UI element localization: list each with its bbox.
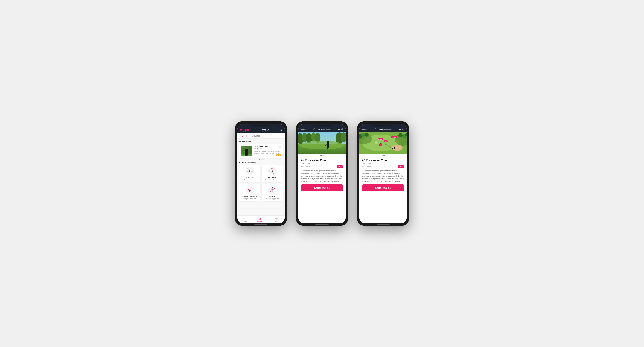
- svg-point-30: [270, 191, 270, 192]
- svg-point-33: [272, 187, 273, 188]
- dot-1: [382, 155, 382, 156]
- svg-point-46: [327, 141, 329, 143]
- drill-title: Find The Fairway: [254, 146, 281, 148]
- start-practice-button[interactable]: Start Practice: [301, 184, 343, 191]
- tab-favourites[interactable]: Favourites: [248, 133, 262, 138]
- drill-description: 20 shots are randomly generated at dista…: [301, 170, 343, 183]
- ott-icon: [246, 167, 254, 175]
- main-content: Most Popular Find The Fairway Off The Te…: [238, 139, 284, 215]
- activities-label: Activities: [257, 221, 263, 222]
- menu-icon[interactable]: ≡: [280, 128, 282, 131]
- back-button[interactable]: ‹ Back: [362, 128, 368, 130]
- phone-2-screen: ‹ Back 6ft Conversion Zone Cancel: [298, 124, 346, 223]
- chevron-left-icon: ‹: [301, 128, 302, 130]
- svg-point-27: [249, 190, 251, 192]
- shot-count: ⏱ 20 shots: [362, 166, 371, 168]
- svg-text:FAIRWAY: FAIRWAY: [378, 139, 383, 140]
- shots-row: ⏱ 20 shots ARG: [301, 165, 343, 168]
- hero-image: [298, 132, 346, 154]
- drill-description: Create an imaginary fairway using trees …: [254, 150, 281, 154]
- nav-home[interactable]: ⌂ Home: [243, 217, 247, 222]
- clock-icon: ⏱: [301, 166, 303, 168]
- category-badge: OTT: [276, 154, 281, 156]
- drill-content: 6ft Conversion Zone ☆ 10-50 yds ⏱ 20 sho…: [298, 157, 346, 223]
- shot-count: ⏱ 20 shots: [301, 166, 310, 168]
- svg-point-32: [274, 188, 275, 189]
- skill-card-approach[interactable]: Approach Dial-in to hit the green: [262, 165, 283, 182]
- dot-1: [258, 159, 260, 160]
- phone-3-screen: ‹ Back 6ft Conversion Zone Cancel: [360, 124, 406, 223]
- course-map-hero: FAIRWAY ROUGH Miss Hit SAND: [360, 132, 406, 154]
- skill-card-atg[interactable]: Around The Green Hone your short game: [239, 184, 260, 201]
- cancel-button[interactable]: Cancel: [398, 128, 404, 130]
- card-footer: ⏱ 10 shots OTT: [241, 154, 281, 156]
- drill-header: 6ft Conversion Zone ☆: [301, 159, 343, 162]
- back-button[interactable]: ‹ Back: [301, 128, 306, 130]
- svg-text:Miss: Miss: [385, 141, 387, 142]
- home-bar: [254, 224, 268, 225]
- putting-icon: [268, 185, 277, 194]
- featured-drill-card[interactable]: Find The Fairway Off The Tee Create an i…: [239, 144, 283, 158]
- carousel-dots: [239, 159, 283, 160]
- shot-count: ⏱ 10 shots: [241, 155, 249, 156]
- svg-point-56: [361, 134, 365, 137]
- drill-header: 6ft Conversion Zone ☆: [362, 159, 404, 162]
- svg-point-38: [311, 133, 316, 141]
- svg-point-31: [272, 189, 273, 190]
- detail-title: 6ft Conversion Zone: [374, 128, 392, 130]
- svg-text:SAND: SAND: [396, 147, 399, 149]
- favourite-icon[interactable]: ☆: [340, 159, 343, 162]
- clock-icon: ⏱: [241, 155, 242, 156]
- putting-desc: Make and lag practice: [265, 198, 280, 199]
- svg-point-17: [270, 168, 272, 169]
- dot-1: [320, 155, 322, 156]
- capture-label: Capture: [274, 221, 279, 222]
- tab-bar: Drills Favourites: [238, 133, 284, 139]
- detail-title: 6ft Conversion Zone: [313, 128, 330, 130]
- svg-point-6: [247, 168, 248, 169]
- app-logo: clippd: [240, 128, 249, 132]
- svg-point-18: [274, 169, 274, 170]
- svg-point-9: [252, 171, 253, 172]
- drill-description: 20 shots are randomly generated at dista…: [362, 170, 404, 183]
- approach-icon: [268, 167, 277, 175]
- home-icon: ⌂: [244, 217, 246, 220]
- tab-drills[interactable]: Drills: [240, 133, 248, 138]
- svg-point-26: [251, 189, 252, 189]
- svg-point-57: [365, 133, 369, 137]
- drill-subtitle: Off The Tee: [254, 148, 281, 150]
- bottom-nav: ⌂ Home ⟳ Activities ⊕ Capture: [238, 215, 284, 223]
- favourite-star-icon[interactable]: ☆: [279, 146, 281, 148]
- svg-point-71: [394, 145, 395, 147]
- start-practice-button[interactable]: Start Practice: [362, 184, 404, 191]
- cancel-button[interactable]: Cancel: [337, 128, 343, 130]
- phone-2: ‹ Back 6ft Conversion Zone Cancel: [296, 121, 348, 226]
- atg-name: Around The Green: [242, 195, 257, 197]
- explore-label: Explore skill areas: [239, 162, 283, 164]
- favourite-icon[interactable]: ☆: [402, 159, 404, 162]
- phone-3: ‹ Back 6ft Conversion Zone Cancel: [357, 121, 409, 226]
- category-badge: ARG: [337, 165, 343, 168]
- svg-point-7: [252, 168, 252, 169]
- svg-point-58: [398, 133, 403, 138]
- drill-range: 10-50 yds: [301, 162, 343, 165]
- approach-name: Approach: [268, 176, 276, 178]
- chevron-left-icon: ‹: [362, 128, 363, 130]
- ott-desc: Power accuracy: [244, 179, 255, 181]
- phone-1: clippd Practice ≡ Drills Favourites Most…: [235, 121, 287, 226]
- home-bar: [316, 224, 328, 225]
- dot-2: [322, 155, 324, 156]
- svg-point-11: [249, 170, 250, 172]
- dot-2: [384, 155, 384, 156]
- skill-card-ott[interactable]: Off The Tee Power accuracy: [239, 165, 260, 182]
- phone-notch: [313, 125, 331, 126]
- svg-text:ROUGH: ROUGH: [392, 137, 396, 138]
- nav-activities[interactable]: ⟳ Activities: [257, 217, 263, 222]
- svg-line-73: [394, 149, 394, 151]
- phone-1-screen: clippd Practice ≡ Drills Favourites Most…: [238, 124, 284, 223]
- skill-card-putting[interactable]: Putting Make and lag practice: [262, 184, 283, 201]
- course-map-svg: FAIRWAY ROUGH Miss Hit SAND: [360, 132, 406, 154]
- svg-point-44: [300, 141, 344, 150]
- drill-title: 6ft Conversion Zone: [301, 159, 326, 162]
- nav-capture[interactable]: ⊕ Capture: [274, 217, 279, 222]
